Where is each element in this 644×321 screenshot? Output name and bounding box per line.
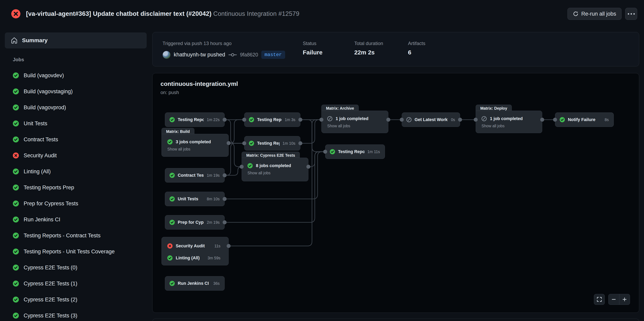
success-icon [13,233,19,239]
jobs-list: Build (vagovdev) Build (vagovstaging) Bu… [5,67,147,321]
summary-label: Summary [22,37,48,44]
branch-badge[interactable]: master [261,51,285,59]
show-all-jobs-link[interactable]: Show all jobs [248,171,302,175]
graph-node-jenkins[interactable]: Run Jenkins CI36s [165,276,224,291]
group-body: Security Audit11s Linting (All)3m 59s [162,237,229,265]
graph-node-trcypr[interactable]: Testing Reports - Cypr...1m 11s [325,145,385,159]
node-label: Testing Reports - Unit ... [257,141,280,146]
success-icon [13,249,19,255]
group-summary-label: 3 jobs completed [176,140,211,145]
job-label: Security Audit [24,153,57,159]
graph-group-deploy[interactable]: Matrix: Deploy 1 job completedShow all j… [476,111,542,133]
minus-icon [611,297,616,302]
group-body: 1 job completedShow all jobs [476,111,542,133]
failure-icon [167,243,172,249]
job-label: Unit Tests [24,121,47,127]
sidebar-item-job[interactable]: Build (vagovprod) [5,99,147,116]
duration-value: 22m 2s [354,49,383,56]
sidebar-item-job[interactable]: Build (vagovstaging) [5,83,147,99]
artifacts-label: Artifacts [408,41,426,46]
success-icon [167,139,172,145]
success-icon [170,220,175,225]
group-summary-label: 1 job completed [336,116,368,121]
sidebar: Summary Jobs Build (vagovdev) Build (vag… [5,32,147,321]
node-duration: 36s [214,281,220,286]
success-icon [13,72,19,78]
graph-node-trcontract[interactable]: Testing Reports - Contr...1m 3s [244,113,300,127]
job-label: Cypress E2E Tests (1) [24,281,77,287]
sidebar-item-job[interactable]: Linting (All) [5,163,147,179]
workflow-graph-canvas[interactable]: Testing Reports Prep1m 22sMatrix: Build … [152,73,639,313]
sidebar-item-job[interactable]: Testing Reports - Unit Tests Coverage [5,244,147,260]
zoom-in-button[interactable] [619,294,630,305]
trigger-text: Triggered via push 13 hours ago [162,41,232,46]
sidebar-item-job[interactable]: Cypress E2E Tests (0) [5,260,147,276]
node-duration: 2m 19s [207,220,220,225]
graph-node-prepcyp[interactable]: Prep for Cypress Tests2m 19s [165,215,224,230]
zoom-out-button[interactable] [608,294,619,305]
graph-group-archive[interactable]: Matrix: Archive 1 job completedShow all … [322,111,388,133]
group-job-row[interactable]: Security Audit11s [162,240,228,252]
success-icon [13,200,19,206]
job-label: Run Jenkins CI [24,216,60,223]
success-icon [170,117,175,122]
graph-node-trunit[interactable]: Testing Reports - Unit ...1m 10s [244,136,300,151]
graph-edge [300,120,322,143]
rerun-all-jobs-button[interactable]: Re-run all jobs [568,8,622,20]
sidebar-item-job[interactable]: Cypress E2E Tests (1) [5,276,147,292]
graph-node-contract[interactable]: Contract Tests1m 19s [165,168,224,182]
job-label: Cypress E2E Tests (0) [24,265,77,271]
job-label: Build (vagovstaging) [24,88,73,95]
graph-node-notify[interactable]: Notify Failure8s [555,113,614,127]
sidebar-item-summary[interactable]: Summary [5,32,147,48]
sidebar-item-job[interactable]: Prep for Cypress Tests [5,195,147,211]
group-summary-label: 1 job completed [490,116,523,121]
actor-pushed-text[interactable]: khathuynh-tw pushed [174,52,225,58]
sidebar-item-job[interactable]: Security Audit [5,148,147,163]
show-all-jobs-link[interactable]: Show all jobs [167,147,223,152]
node-label: Linting (All) [176,256,204,261]
job-label: Testing Reports - Contract Tests [24,233,100,239]
run-options-kebab-button[interactable] [625,8,637,20]
job-label: Contract Tests [24,137,58,143]
sidebar-item-job[interactable]: Contract Tests [5,132,147,148]
node-label: Run Jenkins CI [178,281,210,286]
sidebar-item-job[interactable]: Testing Reports - Contract Tests [5,228,147,244]
node-label: Testing Reports - Contr... [257,117,282,122]
rerun-all-jobs-label: Re-run all jobs [581,11,616,17]
sidebar-item-job[interactable]: Cypress E2E Tests (2) [5,292,147,308]
next-section-panel [152,319,639,321]
node-duration: 1m 3s [285,118,295,122]
success-icon [248,163,253,168]
success-icon [13,88,19,94]
sidebar-item-job[interactable]: Build (vagovdev) [5,67,147,83]
sidebar-item-job[interactable]: Cypress E2E Tests (3) [5,308,147,321]
artifacts-count: 6 [408,49,426,56]
group-job-row[interactable]: Linting (All)3m 59s [162,252,228,264]
success-icon [13,168,19,174]
show-all-jobs-link[interactable]: Show all jobs [482,124,536,128]
failure-status-icon [11,9,20,18]
graph-fit-button[interactable] [594,294,605,305]
sidebar-item-job[interactable]: Testing Reports Prep [5,179,147,195]
commit-sha-link[interactable]: 9fa8620 [240,52,258,58]
graph-node-getlatest[interactable]: Get Latest Workflow Run N...0s [402,113,460,127]
node-label: Testing Reports - Cypr... [338,149,364,154]
node-duration: 1m 11s [368,150,380,154]
success-icon [330,149,335,154]
graph-node-unit[interactable]: Unit Tests8m 10s [165,192,224,206]
graph-group-cypress[interactable]: Matrix: Cypress E2E Tests 8 jobs complet… [242,158,308,181]
status-label: Status [303,41,322,46]
sidebar-item-job[interactable]: Run Jenkins CI [5,211,147,228]
sidebar-item-job[interactable]: Unit Tests [5,116,147,132]
show-all-jobs-link[interactable]: Show all jobs [327,124,382,128]
success-icon [13,184,19,190]
success-icon [13,313,19,319]
fit-screen-icon [596,297,602,302]
graph-group-build[interactable]: Matrix: Build 3 jobs completedShow all j… [162,134,229,157]
job-label: Prep for Cypress Tests [24,200,78,207]
graph-node-trprep[interactable]: Testing Reports Prep1m 22s [165,113,224,127]
kebab-icon [628,13,635,15]
avatar[interactable] [162,51,170,59]
graph-group-secgroup[interactable]: Security Audit11s Linting (All)3m 59s [162,237,229,265]
